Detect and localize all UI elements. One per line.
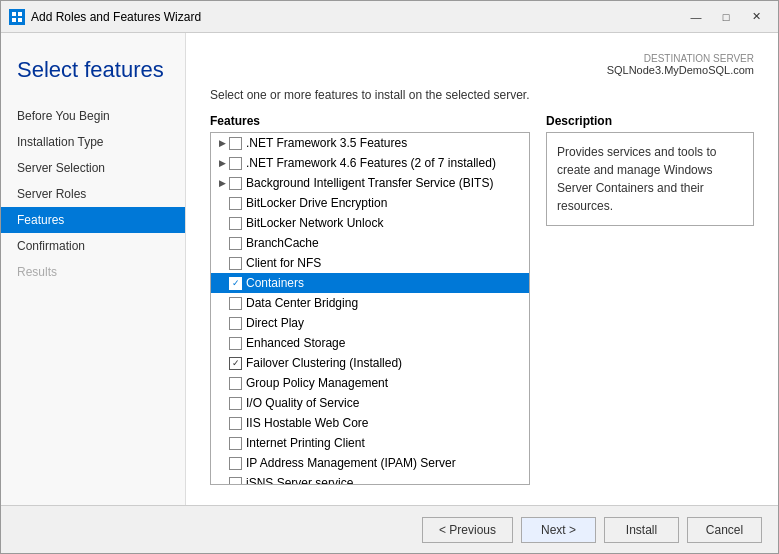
checkbox-bitlocker-drive[interactable] — [229, 197, 242, 210]
destination-server-info: DESTINATION SERVER SQLNode3.MyDemoSQL.co… — [210, 53, 754, 76]
checkbox-branchcache[interactable] — [229, 237, 242, 250]
main-content: DESTINATION SERVER SQLNode3.MyDemoSQL.co… — [186, 33, 778, 505]
feature-isns[interactable]: ▶ iSNS Server service — [211, 473, 529, 485]
nav-item-server-selection[interactable]: Server Selection — [1, 155, 185, 181]
title-bar-controls: — □ ✕ — [682, 7, 770, 27]
expand-icon-net35[interactable]: ▶ — [215, 136, 229, 150]
app-icon — [9, 9, 25, 25]
expand-icon-bits[interactable]: ▶ — [215, 176, 229, 190]
feature-label-branchcache: BranchCache — [246, 236, 319, 250]
window-title: Add Roles and Features Wizard — [31, 10, 201, 24]
checkbox-net46[interactable] — [229, 157, 242, 170]
svg-rect-1 — [18, 12, 22, 16]
page-title: Select features — [1, 49, 185, 103]
description-column-header: Description — [546, 114, 754, 128]
feature-ipam[interactable]: ▶ IP Address Management (IPAM) Server — [211, 453, 529, 473]
feature-label-net46: .NET Framework 4.6 Features (2 of 7 inst… — [246, 156, 496, 170]
footer: < Previous Next > Install Cancel — [1, 505, 778, 553]
previous-button[interactable]: < Previous — [422, 517, 513, 543]
description-panel: Description Provides services and tools … — [546, 114, 754, 485]
feature-label-failover-clustering: Failover Clustering (Installed) — [246, 356, 402, 370]
features-column-header: Features — [210, 114, 530, 128]
close-button[interactable]: ✕ — [742, 7, 770, 27]
feature-client-nfs[interactable]: ▶ Client for NFS — [211, 253, 529, 273]
feature-bitlocker-network[interactable]: ▶ BitLocker Network Unlock — [211, 213, 529, 233]
feature-net46[interactable]: ▶ .NET Framework 4.6 Features (2 of 7 in… — [211, 153, 529, 173]
feature-label-enhanced-storage: Enhanced Storage — [246, 336, 345, 350]
checkbox-iis-hostable[interactable] — [229, 417, 242, 430]
content-area: Select features Before You Begin Install… — [1, 33, 778, 505]
feature-label-group-policy: Group Policy Management — [246, 376, 388, 390]
feature-label-data-center-bridging: Data Center Bridging — [246, 296, 358, 310]
nav-item-results: Results — [1, 259, 185, 285]
checkbox-isns[interactable] — [229, 477, 242, 486]
feature-label-containers: Containers — [246, 276, 304, 290]
checkbox-failover-clustering[interactable] — [229, 357, 242, 370]
svg-rect-0 — [12, 12, 16, 16]
description-text: Provides services and tools to create an… — [546, 132, 754, 226]
next-button[interactable]: Next > — [521, 517, 596, 543]
nav-item-confirmation[interactable]: Confirmation — [1, 233, 185, 259]
feature-label-iis-hostable: IIS Hostable Web Core — [246, 416, 369, 430]
nav-item-installation-type[interactable]: Installation Type — [1, 129, 185, 155]
feature-label-bitlocker-drive: BitLocker Drive Encryption — [246, 196, 387, 210]
two-columns: Features ▶ .NET Framework 3.5 Features ▶ — [210, 114, 754, 485]
destination-server-label: DESTINATION SERVER — [210, 53, 754, 64]
nav-item-before-you-begin[interactable]: Before You Begin — [1, 103, 185, 129]
destination-server-name: SQLNode3.MyDemoSQL.com — [607, 64, 754, 76]
feature-label-client-nfs: Client for NFS — [246, 256, 321, 270]
main-window: Add Roles and Features Wizard — □ ✕ Sele… — [0, 0, 779, 554]
checkbox-data-center-bridging[interactable] — [229, 297, 242, 310]
feature-containers[interactable]: ▶ Containers — [211, 273, 529, 293]
feature-data-center-bridging[interactable]: ▶ Data Center Bridging — [211, 293, 529, 313]
feature-group-policy[interactable]: ▶ Group Policy Management — [211, 373, 529, 393]
feature-label-net35: .NET Framework 3.5 Features — [246, 136, 407, 150]
checkbox-net35[interactable] — [229, 137, 242, 150]
title-bar-left: Add Roles and Features Wizard — [9, 9, 201, 25]
feature-label-bits: Background Intelligent Transfer Service … — [246, 176, 493, 190]
features-list[interactable]: ▶ .NET Framework 3.5 Features ▶ .NET Fra… — [210, 132, 530, 485]
svg-rect-2 — [12, 18, 16, 22]
feature-label-bitlocker-network: BitLocker Network Unlock — [246, 216, 383, 230]
sidebar: Select features Before You Begin Install… — [1, 33, 186, 505]
feature-label-internet-printing: Internet Printing Client — [246, 436, 365, 450]
feature-label-isns: iSNS Server service — [246, 476, 353, 485]
feature-direct-play[interactable]: ▶ Direct Play — [211, 313, 529, 333]
feature-net35[interactable]: ▶ .NET Framework 3.5 Features — [211, 133, 529, 153]
feature-bitlocker-drive[interactable]: ▶ BitLocker Drive Encryption — [211, 193, 529, 213]
checkbox-internet-printing[interactable] — [229, 437, 242, 450]
feature-label-io-quality: I/O Quality of Service — [246, 396, 359, 410]
feature-iis-hostable[interactable]: ▶ IIS Hostable Web Core — [211, 413, 529, 433]
cancel-button[interactable]: Cancel — [687, 517, 762, 543]
checkbox-group-policy[interactable] — [229, 377, 242, 390]
checkbox-direct-play[interactable] — [229, 317, 242, 330]
feature-branchcache[interactable]: ▶ BranchCache — [211, 233, 529, 253]
nav-item-features[interactable]: Features — [1, 207, 185, 233]
checkbox-bits[interactable] — [229, 177, 242, 190]
feature-io-quality[interactable]: ▶ I/O Quality of Service — [211, 393, 529, 413]
expand-icon-net46[interactable]: ▶ — [215, 156, 229, 170]
checkbox-client-nfs[interactable] — [229, 257, 242, 270]
maximize-button[interactable]: □ — [712, 7, 740, 27]
feature-enhanced-storage[interactable]: ▶ Enhanced Storage — [211, 333, 529, 353]
checkbox-ipam[interactable] — [229, 457, 242, 470]
checkbox-io-quality[interactable] — [229, 397, 242, 410]
checkbox-enhanced-storage[interactable] — [229, 337, 242, 350]
feature-label-direct-play: Direct Play — [246, 316, 304, 330]
svg-rect-3 — [18, 18, 22, 22]
minimize-button[interactable]: — — [682, 7, 710, 27]
intro-text: Select one or more features to install o… — [210, 88, 754, 102]
nav-item-server-roles[interactable]: Server Roles — [1, 181, 185, 207]
features-panel: Features ▶ .NET Framework 3.5 Features ▶ — [210, 114, 530, 485]
feature-failover-clustering[interactable]: ▶ Failover Clustering (Installed) — [211, 353, 529, 373]
feature-bits[interactable]: ▶ Background Intelligent Transfer Servic… — [211, 173, 529, 193]
feature-internet-printing[interactable]: ▶ Internet Printing Client — [211, 433, 529, 453]
checkbox-bitlocker-network[interactable] — [229, 217, 242, 230]
install-button[interactable]: Install — [604, 517, 679, 543]
checkbox-containers[interactable] — [229, 277, 242, 290]
title-bar: Add Roles and Features Wizard — □ ✕ — [1, 1, 778, 33]
feature-label-ipam: IP Address Management (IPAM) Server — [246, 456, 456, 470]
